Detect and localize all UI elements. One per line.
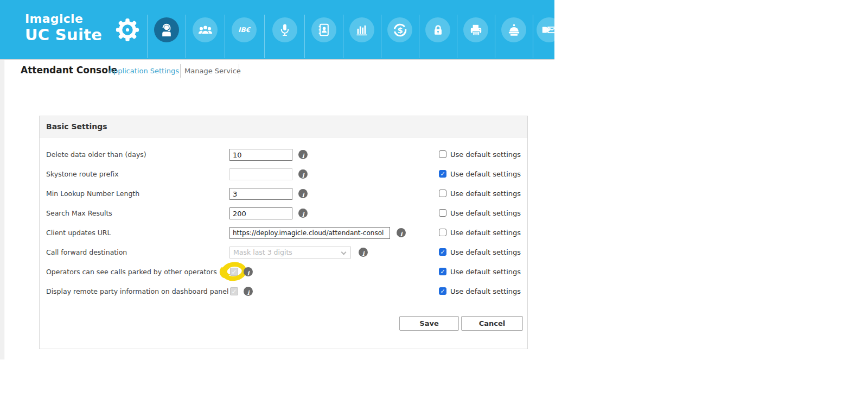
app-header: Imagicle UC Suite — [0, 0, 554, 60]
call-forward-select: Mask last 3 digits — [229, 247, 351, 258]
left-gutter — [0, 60, 4, 359]
agent-headset-icon[interactable] — [154, 17, 179, 42]
info-icon[interactable] — [298, 189, 308, 198]
tab-application-settings[interactable]: Application Settings — [108, 67, 179, 75]
field-label: Min Lookup Number Length — [46, 184, 139, 204]
use-default-label: Use default settings — [450, 282, 521, 301]
panel-title: Basic Settings — [40, 116, 527, 137]
parked-calls-checkbox — [230, 268, 238, 276]
gear-icon-glyph — [116, 18, 139, 42]
tab-manage-service[interactable]: Manage Service — [184, 67, 241, 75]
module-nav: Attendant Console Application Settings M… — [0, 63, 868, 80]
skystone-prefix-input — [229, 168, 292, 180]
search-max-input[interactable] — [229, 207, 292, 219]
header-divider — [533, 15, 533, 58]
tab-divider — [180, 64, 181, 78]
use-default-checkbox[interactable] — [439, 248, 446, 256]
lock-glyph — [431, 23, 445, 37]
chevron-down-icon — [341, 250, 347, 255]
header-divider — [186, 15, 186, 58]
info-icon[interactable] — [298, 150, 308, 159]
contacts-book-glyph — [317, 23, 331, 37]
info-icon[interactable] — [298, 169, 308, 179]
use-default-label: Use default settings — [450, 145, 521, 165]
envelope-play-glyph — [541, 22, 554, 37]
page: Imagicle UC Suite — [0, 0, 868, 410]
use-default-label: Use default settings — [450, 262, 521, 282]
use-default-label: Use default settings — [450, 204, 521, 223]
use-default-checkbox[interactable] — [439, 268, 446, 275]
ibc-text: IB€ — [238, 26, 250, 34]
min-lookup-input[interactable] — [229, 188, 292, 200]
header-divider — [495, 15, 495, 58]
header-divider — [457, 15, 457, 58]
row-delete-data-older: Delete data older than (days) Use defaul… — [40, 145, 527, 165]
row-display-remote-party: Display remote party information on dash… — [40, 282, 527, 301]
use-default-label: Use default settings — [450, 184, 521, 204]
contacts-book-icon[interactable] — [311, 17, 336, 42]
row-operators-see-parked-calls: Operators can see calls parked by other … — [40, 262, 527, 282]
use-default-label: Use default settings — [450, 223, 521, 243]
ibc-text-icon[interactable]: IB€ — [232, 17, 257, 42]
field-label: Search Max Results — [46, 204, 112, 223]
dollar-icon[interactable]: $ — [387, 17, 412, 42]
microphone-icon[interactable] — [272, 17, 297, 42]
field-label: Client updates URL — [46, 223, 111, 243]
field-label: Skystone route prefix — [46, 165, 119, 184]
row-search-max-results: Search Max Results Use default settings — [40, 204, 527, 223]
save-button[interactable]: Save — [399, 316, 459, 331]
logo-line1: Imagicle — [25, 12, 102, 26]
bell-icon[interactable] — [501, 17, 526, 42]
client-updates-url-input[interactable] — [229, 227, 390, 239]
use-default-label: Use default settings — [450, 165, 521, 184]
field-label: Operators can see calls parked by other … — [46, 262, 217, 282]
page-title: Attendant Console — [21, 65, 117, 75]
use-default-checkbox[interactable] — [439, 150, 446, 158]
fax-icon[interactable] — [463, 17, 488, 42]
info-icon[interactable] — [359, 248, 368, 257]
field-label: Call forward destination — [46, 243, 127, 262]
info-icon[interactable] — [244, 287, 253, 296]
info-icon[interactable] — [244, 267, 253, 276]
bar-chart-glyph — [355, 23, 369, 37]
remote-party-checkbox — [230, 287, 238, 295]
row-call-forward-destination: Call forward destination Mask last 3 dig… — [40, 243, 527, 262]
envelope-play-icon[interactable] — [537, 17, 554, 42]
info-icon[interactable] — [298, 209, 308, 218]
field-label: Delete data older than (days) — [46, 145, 146, 165]
lock-icon[interactable] — [425, 17, 450, 42]
header-divider — [343, 15, 343, 58]
info-icon[interactable] — [397, 228, 406, 237]
cancel-button[interactable]: Cancel — [461, 316, 523, 331]
imagicle-logo[interactable]: Imagicle UC Suite — [25, 12, 102, 44]
people-group-glyph — [198, 23, 213, 37]
use-default-checkbox[interactable] — [439, 190, 446, 197]
row-client-updates-url: Client updates URL Use default settings — [40, 223, 527, 243]
bar-chart-icon[interactable] — [349, 17, 374, 42]
header-divider — [419, 15, 419, 58]
delete-days-input[interactable] — [229, 149, 292, 161]
header-divider — [147, 15, 148, 58]
basic-settings-panel: Basic Settings Delete data older than (d… — [39, 116, 528, 349]
row-min-lookup-length: Min Lookup Number Length Use default set… — [40, 184, 527, 204]
call-forward-selected-value: Mask last 3 digits — [233, 248, 292, 256]
microphone-glyph — [278, 23, 292, 37]
header-divider — [264, 15, 265, 58]
field-label: Display remote party information on dash… — [46, 282, 228, 301]
people-group-icon[interactable] — [193, 17, 218, 42]
header-divider — [225, 15, 225, 58]
use-default-label: Use default settings — [450, 243, 521, 262]
agent-headset-glyph — [159, 23, 174, 37]
use-default-checkbox[interactable] — [439, 209, 446, 217]
bell-glyph — [507, 23, 521, 37]
svg-text:$: $ — [397, 25, 403, 34]
dollar-glyph: $ — [393, 23, 407, 37]
header-divider — [381, 15, 381, 58]
use-default-checkbox[interactable] — [439, 287, 446, 295]
logo-line2: UC Suite — [25, 26, 102, 44]
row-skystone-prefix: Skystone route prefix Use default settin… — [40, 165, 527, 184]
gear-icon[interactable] — [116, 18, 139, 42]
header-divider — [304, 15, 305, 58]
use-default-checkbox[interactable] — [439, 170, 446, 178]
use-default-checkbox[interactable] — [439, 229, 446, 236]
